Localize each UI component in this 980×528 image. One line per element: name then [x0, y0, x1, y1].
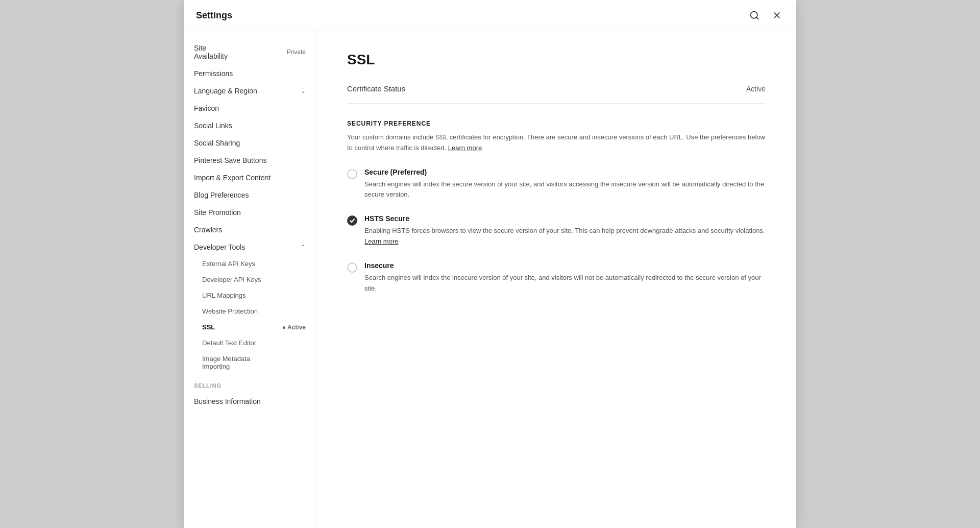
- sidebar-label-permissions: Permissions: [194, 69, 306, 78]
- chevron-down-icon: ⌄: [301, 87, 306, 94]
- security-preference-description: Your custom domains include SSL certific…: [347, 132, 766, 154]
- main-content: SSL Certificate Status Active SECURITY P…: [316, 31, 796, 528]
- check-icon: [349, 218, 355, 224]
- radio-insecure[interactable]: [347, 262, 357, 273]
- sidebar-label-crawlers: Crawlers: [194, 226, 306, 234]
- close-button[interactable]: [770, 8, 784, 22]
- certificate-status-label: Certificate Status: [347, 84, 405, 93]
- sidebar-ssl-badge: ● Active: [282, 324, 306, 331]
- radio-hsts-secure[interactable]: [347, 215, 357, 226]
- sidebar-label-business-information: Business Information: [194, 397, 306, 405]
- certificate-status-row: Certificate Status Active: [347, 84, 766, 104]
- sidebar-item-site-availability[interactable]: SiteAvailability Private: [184, 39, 316, 65]
- sidebar: SiteAvailability Private Permissions Lan…: [184, 31, 316, 528]
- sidebar-item-favicon[interactable]: Favicon: [184, 100, 316, 117]
- sidebar-sub-label-image-metadata-importing: Image MetadataImporting: [202, 355, 250, 370]
- option-title-hsts-secure: HSTS Secure: [364, 214, 766, 223]
- option-title-insecure: Insecure: [364, 261, 766, 270]
- sidebar-item-site-promotion[interactable]: Site Promotion: [184, 204, 316, 221]
- svg-line-1: [756, 17, 758, 19]
- search-button[interactable]: [747, 8, 762, 22]
- sidebar-item-social-links[interactable]: Social Links: [184, 117, 316, 134]
- chevron-up-icon: ⌃: [301, 244, 306, 251]
- sidebar-sub-item-default-text-editor[interactable]: Default Text Editor: [184, 335, 316, 351]
- option-insecure: Insecure Search engines will index the i…: [347, 261, 766, 294]
- modal-title: Settings: [196, 10, 232, 21]
- sidebar-label-developer-tools: Developer Tools: [194, 243, 301, 251]
- close-icon: [772, 10, 782, 20]
- sidebar-sub-label-url-mappings: URL Mappings: [202, 292, 246, 299]
- sidebar-item-crawlers[interactable]: Crawlers: [184, 221, 316, 238]
- option-secure-preferred: Secure (Preferred) Search engines will i…: [347, 168, 766, 201]
- sidebar-label-import-export: Import & Export Content: [194, 174, 306, 182]
- sidebar-sub-item-website-protection[interactable]: Website Protection: [184, 303, 316, 319]
- security-preference-section: SECURITY PREFERENCE Your custom domains …: [347, 120, 766, 294]
- radio-secure-preferred[interactable]: [347, 169, 357, 179]
- sidebar-sub-item-ssl[interactable]: SSL ● Active: [184, 319, 316, 335]
- selling-section-label: SELLING: [184, 374, 316, 393]
- option-description-hsts-secure: Enabling HSTS forces browsers to view th…: [364, 226, 766, 247]
- sidebar-sub-item-url-mappings[interactable]: URL Mappings: [184, 287, 316, 303]
- option-description-insecure: Search engines will index the insecure v…: [364, 273, 766, 294]
- certificate-status-value: Active: [746, 85, 766, 93]
- sidebar-label-site-promotion: Site Promotion: [194, 208, 306, 217]
- sidebar-label-site-availability: SiteAvailability: [194, 44, 283, 60]
- option-content-secure-preferred: Secure (Preferred) Search engines will i…: [364, 168, 766, 201]
- sidebar-item-import-export[interactable]: Import & Export Content: [184, 169, 316, 186]
- sidebar-badge-site-availability: Private: [287, 49, 306, 56]
- sidebar-item-social-sharing[interactable]: Social Sharing: [184, 134, 316, 152]
- sidebar-label-favicon: Favicon: [194, 104, 306, 112]
- sidebar-label-social-sharing: Social Sharing: [194, 139, 306, 147]
- sidebar-sub-label-website-protection: Website Protection: [202, 307, 258, 315]
- sidebar-item-pinterest-save[interactable]: Pinterest Save Buttons: [184, 152, 316, 169]
- sidebar-item-business-information[interactable]: Business Information: [184, 393, 316, 410]
- page-title: SSL: [347, 52, 766, 68]
- sidebar-item-permissions[interactable]: Permissions: [184, 65, 316, 82]
- option-title-secure-preferred: Secure (Preferred): [364, 168, 766, 176]
- option-content-hsts-secure: HSTS Secure Enabling HSTS forces browser…: [364, 214, 766, 247]
- sidebar-sub-item-external-api-keys[interactable]: External API Keys: [184, 256, 316, 272]
- option-description-secure-preferred: Search engines will index the secure ver…: [364, 179, 766, 201]
- sidebar-label-language-region: Language & Region: [194, 87, 301, 95]
- sidebar-sub-label-ssl: SSL: [202, 323, 215, 331]
- sidebar-item-developer-tools[interactable]: Developer Tools ⌃: [184, 238, 316, 256]
- modal-body: SiteAvailability Private Permissions Lan…: [184, 31, 796, 528]
- option-content-insecure: Insecure Search engines will index the i…: [364, 261, 766, 294]
- sidebar-sub-item-image-metadata-importing[interactable]: Image MetadataImporting: [184, 351, 316, 374]
- security-learn-more-link[interactable]: Learn more: [448, 144, 482, 152]
- sidebar-item-blog-preferences[interactable]: Blog Preferences: [184, 186, 316, 204]
- hsts-learn-more-link[interactable]: Learn more: [364, 237, 398, 245]
- sidebar-sub-label-developer-api-keys: Developer API Keys: [202, 276, 261, 283]
- option-hsts-secure: HSTS Secure Enabling HSTS forces browser…: [347, 214, 766, 247]
- sidebar-sub-label-external-api-keys: External API Keys: [202, 260, 255, 268]
- modal-header: Settings: [184, 0, 796, 31]
- sidebar-label-pinterest-save: Pinterest Save Buttons: [194, 156, 306, 164]
- sidebar-label-blog-preferences: Blog Preferences: [194, 191, 306, 199]
- sidebar-item-language-region[interactable]: Language & Region ⌄: [184, 82, 316, 100]
- sidebar-label-social-links: Social Links: [194, 122, 306, 130]
- sidebar-sub-item-developer-api-keys[interactable]: Developer API Keys: [184, 272, 316, 287]
- search-icon: [749, 10, 760, 20]
- sidebar-sub-label-default-text-editor: Default Text Editor: [202, 339, 256, 347]
- security-preference-heading: SECURITY PREFERENCE: [347, 120, 766, 127]
- header-actions: [747, 8, 784, 22]
